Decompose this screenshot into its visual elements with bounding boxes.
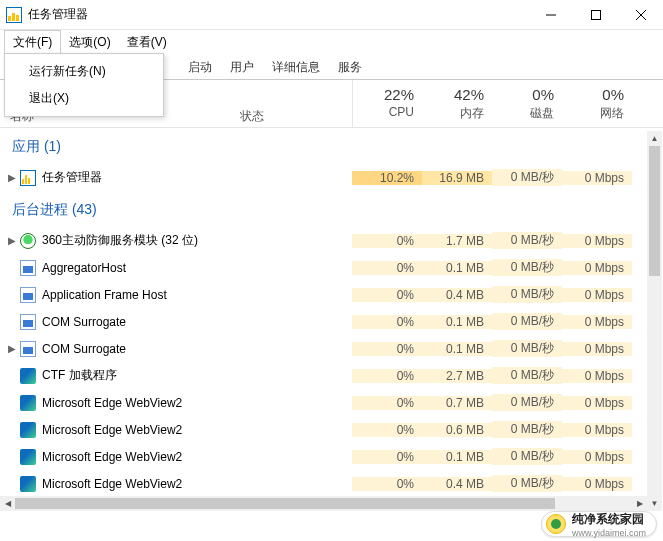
cell-cpu: 0%: [352, 315, 422, 329]
cell-network: 0 Mbps: [562, 234, 632, 248]
vertical-scrollbar[interactable]: ▲ ▼: [647, 131, 662, 511]
net-label: 网络: [562, 105, 624, 122]
menu-exit[interactable]: 退出(X): [5, 85, 163, 112]
maximize-icon: [591, 10, 601, 20]
tab-details[interactable]: 详细信息: [263, 54, 329, 80]
process-name: 任务管理器: [42, 169, 102, 186]
section-apps: 应用 (1): [0, 128, 663, 164]
maximize-button[interactable]: [573, 0, 618, 30]
cell-cpu: 0%: [352, 288, 422, 302]
net-usage-pct: 0%: [562, 86, 624, 103]
cell-network: 0 Mbps: [562, 315, 632, 329]
col-network[interactable]: 0% 网络: [562, 80, 632, 127]
process-icon: [20, 422, 42, 438]
col-memory[interactable]: 42% 内存: [422, 80, 492, 127]
cell-network: 0 Mbps: [562, 423, 632, 437]
table-row[interactable]: AggregatorHost0%0.1 MB0 MB/秒0 Mbps: [0, 254, 663, 281]
table-row[interactable]: ▶COM Surrogate0%0.1 MB0 MB/秒0 Mbps: [0, 335, 663, 362]
watermark-logo-icon: [546, 514, 566, 534]
minimize-icon: [546, 10, 556, 20]
process-name: Microsoft Edge WebView2: [42, 477, 182, 491]
process-name: Application Frame Host: [42, 288, 167, 302]
cell-memory: 0.1 MB: [422, 315, 492, 329]
menubar: 文件(F) 选项(O) 查看(V): [0, 30, 663, 54]
window-title: 任务管理器: [28, 6, 88, 23]
tab-users[interactable]: 用户: [221, 54, 263, 80]
close-icon: [636, 10, 646, 20]
chevron-right-icon[interactable]: ▶: [4, 343, 20, 354]
app-icon: [6, 7, 22, 23]
cell-disk: 0 MB/秒: [492, 367, 562, 384]
cpu-usage-pct: 22%: [353, 86, 414, 103]
cell-disk: 0 MB/秒: [492, 259, 562, 276]
menu-file[interactable]: 文件(F): [4, 30, 61, 54]
process-name: Microsoft Edge WebView2: [42, 450, 182, 464]
table-row[interactable]: Application Frame Host0%0.4 MB0 MB/秒0 Mb…: [0, 281, 663, 308]
close-button[interactable]: [618, 0, 663, 30]
watermark-badge: 纯净系统家园 www.yidaimei.com: [541, 511, 657, 537]
chevron-right-icon[interactable]: ▶: [4, 235, 20, 246]
cell-cpu: 0%: [352, 261, 422, 275]
col-status[interactable]: 状态: [232, 80, 352, 127]
tab-startup[interactable]: 启动: [179, 54, 221, 80]
process-icon: [20, 314, 42, 330]
process-name: Microsoft Edge WebView2: [42, 423, 182, 437]
cell-network: 0 Mbps: [562, 369, 632, 383]
table-row[interactable]: Microsoft Edge WebView20%0.1 MB0 MB/秒0 M…: [0, 443, 663, 470]
cell-cpu: 0%: [352, 342, 422, 356]
cell-disk: 0 MB/秒: [492, 448, 562, 465]
col-disk[interactable]: 0% 磁盘: [492, 80, 562, 127]
cell-cpu: 0%: [352, 477, 422, 491]
cell-memory: 0.6 MB: [422, 423, 492, 437]
cell-memory: 1.7 MB: [422, 234, 492, 248]
cell-disk: 0 MB/秒: [492, 421, 562, 438]
horizontal-scrollbar[interactable]: ◀ ▶: [0, 496, 647, 511]
cell-memory: 0.1 MB: [422, 261, 492, 275]
cell-disk: 0 MB/秒: [492, 475, 562, 492]
process-icon: [20, 170, 42, 186]
cell-cpu: 0%: [352, 369, 422, 383]
scroll-down-icon[interactable]: ▼: [647, 496, 662, 511]
process-icon: [20, 368, 42, 384]
cell-memory: 0.7 MB: [422, 396, 492, 410]
table-row[interactable]: COM Surrogate0%0.1 MB0 MB/秒0 Mbps: [0, 308, 663, 335]
scroll-left-icon[interactable]: ◀: [0, 496, 15, 511]
watermark-subtitle: www.yidaimei.com: [572, 528, 646, 538]
minimize-button[interactable]: [528, 0, 573, 30]
process-list: 应用 (1) ▶任务管理器10.2%16.9 MB0 MB/秒0 Mbps 后台…: [0, 128, 663, 510]
cell-disk: 0 MB/秒: [492, 394, 562, 411]
cell-network: 0 Mbps: [562, 342, 632, 356]
process-icon: [20, 476, 42, 492]
menu-view[interactable]: 查看(V): [119, 31, 175, 54]
mem-usage-pct: 42%: [422, 86, 484, 103]
table-row[interactable]: Microsoft Edge WebView20%0.4 MB0 MB/秒0 M…: [0, 470, 663, 497]
tab-services[interactable]: 服务: [329, 54, 371, 80]
cell-cpu: 0%: [352, 423, 422, 437]
col-cpu[interactable]: 22% CPU: [352, 80, 422, 127]
cell-network: 0 Mbps: [562, 261, 632, 275]
cell-cpu: 0%: [352, 396, 422, 410]
menu-options[interactable]: 选项(O): [61, 31, 118, 54]
table-row[interactable]: CTF 加载程序0%2.7 MB0 MB/秒0 Mbps: [0, 362, 663, 389]
cell-memory: 0.1 MB: [422, 342, 492, 356]
table-row[interactable]: Microsoft Edge WebView20%0.7 MB0 MB/秒0 M…: [0, 389, 663, 416]
disk-usage-pct: 0%: [492, 86, 554, 103]
scroll-thumb-vertical[interactable]: [649, 146, 660, 276]
chevron-right-icon[interactable]: ▶: [4, 172, 20, 183]
mem-label: 内存: [422, 105, 484, 122]
cell-network: 0 Mbps: [562, 477, 632, 491]
cell-memory: 16.9 MB: [422, 171, 492, 185]
menu-run-new-task[interactable]: 运行新任务(N): [5, 58, 163, 85]
scroll-right-icon[interactable]: ▶: [632, 496, 647, 511]
cell-memory: 0.4 MB: [422, 288, 492, 302]
cell-network: 0 Mbps: [562, 288, 632, 302]
table-row[interactable]: ▶360主动防御服务模块 (32 位)0%1.7 MB0 MB/秒0 Mbps: [0, 227, 663, 254]
cell-cpu: 10.2%: [352, 171, 422, 185]
cell-network: 0 Mbps: [562, 171, 632, 185]
table-row[interactable]: Microsoft Edge WebView20%0.6 MB0 MB/秒0 M…: [0, 416, 663, 443]
scroll-up-icon[interactable]: ▲: [647, 131, 662, 146]
process-icon: [20, 287, 42, 303]
cell-disk: 0 MB/秒: [492, 286, 562, 303]
table-row[interactable]: ▶任务管理器10.2%16.9 MB0 MB/秒0 Mbps: [0, 164, 663, 191]
scroll-thumb-horizontal[interactable]: [15, 498, 555, 509]
